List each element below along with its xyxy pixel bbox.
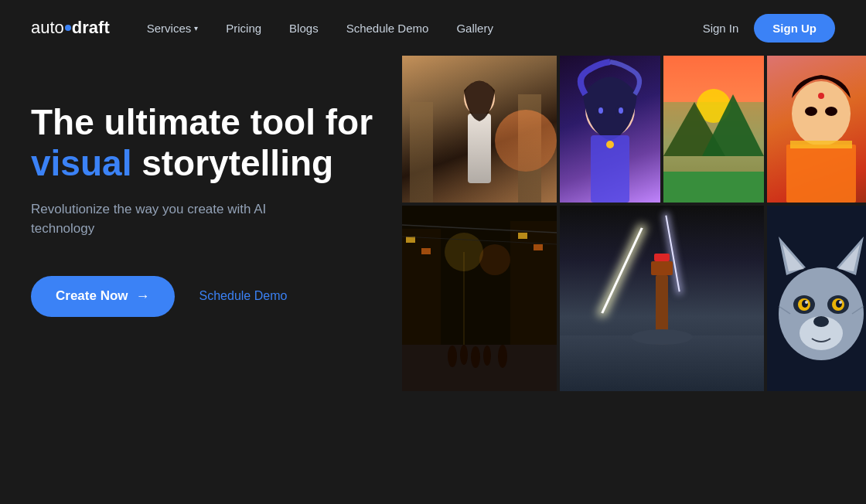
- nav-pricing[interactable]: Pricing: [226, 22, 261, 35]
- logo-auto-text: auto: [31, 18, 64, 38]
- hero-title: The ultimate tool for visual storytellin…: [31, 102, 402, 184]
- ai-image-1: [402, 56, 557, 203]
- figure-wolf: [767, 206, 866, 391]
- logo[interactable]: autodraft: [31, 18, 110, 38]
- figure-1: [402, 56, 557, 203]
- svg-point-50: [813, 316, 829, 327]
- ai-image-4: [767, 56, 866, 203]
- nav-schedule-demo[interactable]: Schedule Demo: [346, 22, 429, 35]
- svg-rect-29: [421, 248, 431, 254]
- logo-dot: [65, 25, 71, 31]
- chevron-down-icon: ▾: [194, 24, 198, 32]
- figure-2: [560, 56, 660, 203]
- svg-point-33: [479, 244, 510, 275]
- ai-image-5: [402, 206, 557, 391]
- svg-point-8: [598, 107, 603, 114]
- navbar: autodraft Services ▾ Pricing Blogs Sched…: [0, 0, 866, 56]
- nav-services[interactable]: Services ▾: [147, 22, 199, 35]
- svg-point-21: [805, 107, 817, 116]
- svg-rect-24: [790, 141, 852, 148]
- create-now-button[interactable]: Create Now →: [31, 276, 175, 317]
- hero-content: The ultimate tool for visual storytellin…: [31, 87, 402, 317]
- svg-rect-17: [663, 172, 764, 203]
- nav-links: Services ▾ Pricing Blogs Schedule Demo G…: [147, 22, 703, 35]
- ai-image-3: [663, 56, 764, 203]
- figure-4: [767, 56, 866, 203]
- svg-point-11: [606, 141, 614, 148]
- nav-blogs[interactable]: Blogs: [289, 22, 319, 35]
- svg-rect-23: [786, 145, 856, 203]
- svg-point-38: [471, 346, 480, 368]
- svg-rect-1: [518, 94, 541, 203]
- ai-image-wolf: [767, 206, 866, 391]
- svg-point-2: [495, 110, 557, 172]
- arrow-right-icon: →: [136, 288, 150, 305]
- nav-gallery[interactable]: Gallery: [456, 22, 493, 35]
- svg-point-39: [483, 346, 491, 366]
- svg-point-40: [498, 345, 507, 368]
- signup-button[interactable]: Sign Up: [754, 14, 835, 43]
- svg-point-3: [464, 81, 495, 115]
- ai-image-2: [560, 56, 660, 203]
- svg-point-9: [619, 107, 623, 114]
- svg-point-20: [818, 93, 824, 99]
- svg-point-37: [460, 345, 468, 365]
- svg-point-57: [805, 301, 808, 304]
- schedule-demo-link[interactable]: Schedule Demo: [199, 289, 288, 303]
- svg-point-22: [825, 107, 837, 116]
- svg-rect-0: [410, 102, 433, 203]
- svg-rect-4: [468, 114, 491, 183]
- hero-subtitle: Revolutionize the way you create with AI…: [31, 199, 309, 239]
- svg-point-19: [792, 81, 851, 146]
- ai-image-lighthouse: [560, 206, 764, 391]
- svg-rect-31: [534, 244, 543, 250]
- hero-actions: Create Now → Schedule Demo: [31, 276, 402, 317]
- nav-auth: Sign In Sign Up: [703, 14, 835, 43]
- figure-5: [402, 206, 557, 391]
- hero-image-grid: [402, 56, 866, 504]
- svg-point-36: [448, 346, 457, 367]
- hero-section: The ultimate tool for visual storytellin…: [0, 56, 866, 504]
- figure-3: [663, 56, 764, 203]
- signin-button[interactable]: Sign In: [703, 22, 739, 35]
- svg-point-58: [839, 301, 842, 304]
- svg-rect-30: [518, 233, 527, 239]
- logo-draft-text: draft: [72, 18, 110, 38]
